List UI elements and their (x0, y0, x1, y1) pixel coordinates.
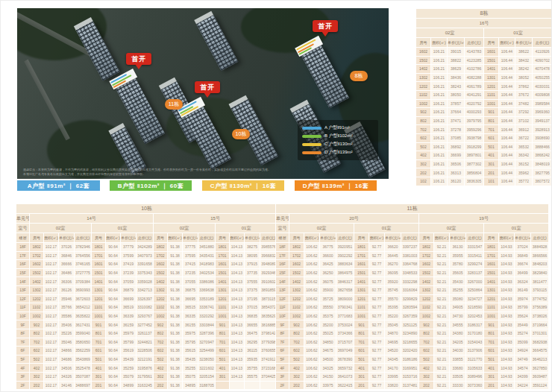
table-row: 7F702102.1735046358065070190.64357993244… (16, 338, 277, 347)
cell: 3782946 (75, 243, 92, 252)
cell: 38436 (448, 73, 465, 82)
cell: 37024 (515, 243, 531, 252)
cell: 38822 (448, 56, 465, 65)
cell: 1602 (289, 260, 304, 269)
cell: 1401 (354, 277, 369, 286)
cell: 38095 (245, 251, 260, 260)
cell: 35900 (320, 285, 336, 294)
cell: 37482 (515, 99, 533, 108)
cell: 35570 (385, 294, 401, 303)
table-row: 1302106.213843640822881301106.4438052405… (416, 73, 552, 82)
cell: 3664575 (531, 347, 549, 355)
cell: 3251125 (401, 320, 419, 329)
cell: 1402 (30, 277, 44, 286)
cell: 102.17 (44, 372, 59, 381)
cell: 702 (419, 338, 434, 347)
table-row: 16F1602106.62364253883634160192.77362703… (276, 260, 549, 269)
cell: 34325 (320, 364, 336, 373)
cell: 11F (276, 303, 289, 312)
cell: 302 (289, 372, 304, 381)
cell: 401 (92, 364, 106, 373)
cell: 802 (289, 329, 304, 338)
cell: 301 (216, 372, 230, 381)
cell: 1702 (419, 251, 434, 260)
cell: 1602 (416, 48, 431, 57)
cell: 90.64 (106, 347, 121, 355)
cell: 3682938 (531, 338, 549, 347)
cell: 3753024 (336, 320, 354, 329)
table-row: 802106.21374713979795801106.443710239491… (416, 116, 552, 125)
cell: 1101 (484, 303, 499, 312)
cell: 1701 (92, 251, 106, 260)
col-unit-price: 单价(元/㎡) (59, 233, 75, 243)
cell: 36475 (245, 329, 260, 338)
cell: 35586 (59, 312, 75, 320)
cell: 90.64 (106, 355, 121, 364)
cell: 501 (484, 355, 499, 364)
table-row: 3F302106.6234150364107330192.77339953153… (276, 372, 549, 381)
cell: 3807572 (533, 177, 552, 186)
cell: 106.62 (304, 364, 320, 373)
cell: 36250 (320, 268, 336, 277)
cell: 3888466 (533, 142, 552, 151)
cell: 35955 (450, 251, 466, 260)
cell: 902 (419, 320, 434, 329)
cell: 4090702 (533, 56, 552, 65)
cell: 101 (484, 177, 499, 186)
legend-chip-c (302, 143, 322, 146)
cell: 3303844 (198, 320, 216, 329)
cell: 36306 (59, 277, 75, 286)
col-room: 房号 (354, 233, 369, 243)
cell: 8F (276, 329, 289, 338)
cell: 3261137 (137, 329, 154, 338)
cell: 91.38 (168, 277, 183, 286)
cell: 3137906 (466, 347, 484, 355)
cell: 4F (276, 364, 289, 373)
cell: 102.17 (44, 312, 59, 320)
cell: 302 (419, 372, 434, 381)
cell: 106.44 (499, 159, 515, 168)
cell: 3877302 (465, 159, 484, 168)
cell: 106.21 (431, 116, 448, 125)
cell: 701 (354, 338, 369, 347)
cell: 35795 (183, 338, 198, 347)
cell: 3989584 (533, 99, 552, 108)
cell: 104.13 (230, 320, 245, 329)
cell: 4030031 (533, 82, 552, 91)
cell: 1701 (216, 251, 230, 260)
cell: 36519 (121, 303, 137, 312)
table-row: 6F602102.1734866356225960190.64356193228… (16, 347, 277, 355)
cell: 36270 (385, 260, 401, 269)
cell: 1402 (416, 65, 431, 74)
table-row: 1002106.213785740207921001106.4437482398… (416, 99, 552, 108)
cell: 35575 (245, 372, 260, 381)
table-row: 302106.21365063877302301106.443615238480… (416, 159, 552, 168)
cell: 3195876 (137, 364, 154, 373)
cell: 35435 (183, 355, 198, 364)
cell: 104.13 (230, 347, 245, 355)
first-release-pin-10[interactable]: 首开 (195, 81, 220, 93)
first-release-pin-11[interactable]: 首开 (126, 53, 151, 65)
cell: 36515 (183, 303, 198, 312)
cell: 3267359 (401, 312, 419, 320)
type-b-bar: B户型 ‖102m² ｜ 60套 (110, 180, 192, 191)
cell: 36445 (385, 251, 401, 260)
cell: 1402 (419, 277, 434, 286)
cell: 3089496 (466, 372, 484, 381)
table-row: 18F1802106.62367753920951180192.77366203… (276, 243, 549, 252)
table-row: 3F302102.1734326350708730190.64350793179… (16, 372, 277, 381)
room-row-label: 室号 (16, 224, 30, 233)
cell: 3244821 (137, 338, 154, 347)
cell: 104.13 (230, 260, 245, 269)
cell: 402 (154, 364, 168, 373)
cell: 1202 (416, 82, 431, 91)
first-release-pin-8[interactable]: 首开 (313, 20, 338, 32)
cell: 1401 (484, 277, 499, 286)
cell: 302 (416, 159, 431, 168)
cell: 1601 (354, 260, 369, 269)
cell: 92.77 (369, 260, 385, 269)
cell: 901 (484, 108, 499, 117)
cell: 106.62 (304, 294, 320, 303)
cell: 3270947 (198, 338, 216, 347)
cell: 34675 (320, 347, 336, 355)
